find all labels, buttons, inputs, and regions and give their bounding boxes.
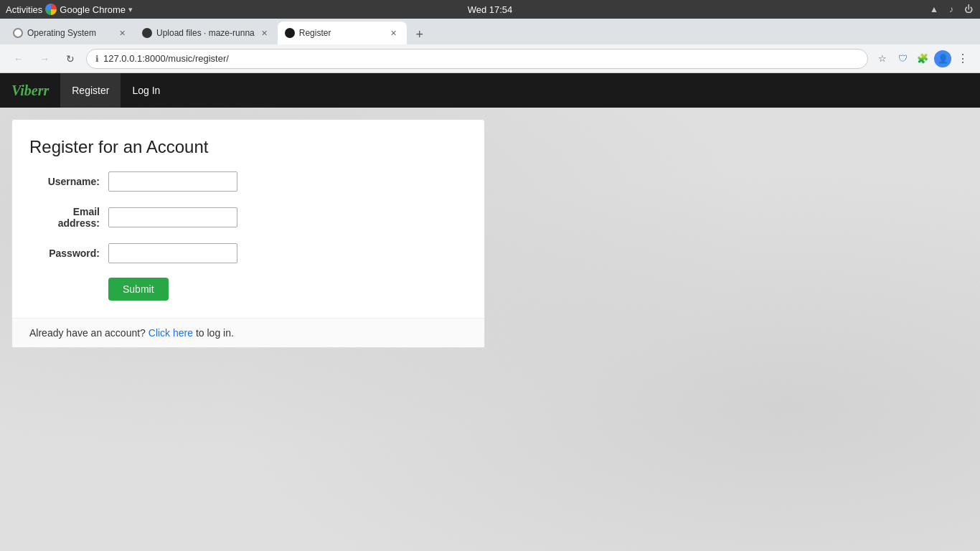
url-bar[interactable]: ℹ 127.0.0.1:8000/music/register/: [86, 49, 868, 69]
password-input[interactable]: [108, 243, 237, 263]
tab-os-title: Operating System: [27, 28, 112, 38]
os-topbar-left: Activities Google Chrome ▾: [6, 4, 133, 15]
os-topbar: Activities Google Chrome ▾ Wed 17:54 ▲ ♪…: [0, 0, 980, 19]
browser-name-label: Google Chrome: [60, 4, 126, 15]
submit-group: Submit: [29, 278, 467, 301]
email-label: Emailaddress:: [29, 206, 108, 229]
new-tab-button[interactable]: +: [410, 24, 430, 44]
profile-icon[interactable]: 👤: [934, 50, 951, 67]
email-field-group: Emailaddress:: [29, 206, 467, 229]
tab-upload-close[interactable]: ✕: [259, 27, 270, 39]
main-area: Register for an Account Username: Emaila…: [0, 108, 980, 359]
secure-icon: ℹ: [95, 54, 99, 64]
username-field-group: Username:: [29, 171, 467, 192]
card-body: Register for an Account Username: Emaila…: [12, 120, 484, 318]
address-bar: ← → ↻ ℹ 127.0.0.1:8000/music/register/ ☆…: [0, 44, 980, 73]
tab-os-close[interactable]: ✕: [116, 27, 128, 39]
bookmark-icon[interactable]: ☆: [874, 50, 891, 67]
tab-upload-favicon: [142, 28, 152, 38]
tab-os-favicon: [13, 28, 23, 38]
nav-register-link[interactable]: Register: [60, 73, 121, 108]
shield-icon[interactable]: 🛡: [894, 50, 911, 67]
app-logo: Viberr: [11, 83, 49, 99]
username-input[interactable]: [108, 171, 237, 192]
login-link[interactable]: Click here: [149, 327, 193, 339]
card-footer: Already have an account? Click here to l…: [12, 318, 484, 347]
tab-bar: Operating System ✕ Upload files · maze-r…: [0, 19, 980, 44]
tab-upload[interactable]: Upload files · maze-runna ✕: [135, 22, 278, 44]
wifi-icon: ▲: [928, 4, 940, 15]
tab-register-close[interactable]: ✕: [388, 27, 400, 39]
url-text: 127.0.0.1:8000/music/register/: [103, 53, 859, 64]
chrome-icon: [45, 4, 57, 15]
tab-os[interactable]: Operating System ✕: [6, 22, 135, 44]
page-content: Viberr Register Log In Register for an A…: [0, 73, 980, 551]
nav-login-link[interactable]: Log In: [121, 73, 171, 108]
extensions-icon[interactable]: 🧩: [914, 50, 931, 67]
submit-button[interactable]: Submit: [108, 278, 169, 301]
toolbar-icons: ☆ 🛡 🧩 👤 ⋮: [874, 50, 971, 67]
app-navbar: Viberr Register Log In: [0, 73, 980, 108]
tab-upload-title: Upload files · maze-runna: [156, 28, 255, 38]
volume-icon: ♪: [946, 4, 957, 15]
back-button[interactable]: ←: [9, 49, 29, 69]
battery-icon: ⏻: [963, 4, 974, 15]
tab-register-title: Register: [299, 28, 384, 38]
activities-button[interactable]: Activities: [6, 4, 42, 15]
dropdown-icon[interactable]: ▾: [128, 5, 133, 14]
password-label: Password:: [29, 248, 108, 259]
footer-text: Already have an account?: [29, 327, 146, 339]
email-input[interactable]: [108, 207, 237, 227]
os-datetime: Wed 17:54: [468, 4, 513, 15]
password-field-group: Password:: [29, 243, 467, 263]
register-card: Register for an Account Username: Emaila…: [11, 119, 485, 348]
form-title: Register for an Account: [29, 137, 467, 157]
tab-register-favicon: [285, 28, 295, 38]
username-label: Username:: [29, 176, 108, 187]
menu-icon[interactable]: ⋮: [954, 50, 971, 67]
browser-window: Operating System ✕ Upload files · maze-r…: [0, 19, 980, 551]
os-topbar-right: ▲ ♪ ⏻: [928, 4, 974, 15]
forward-button[interactable]: →: [34, 49, 55, 69]
tab-register[interactable]: Register ✕: [278, 22, 407, 44]
footer-suffix: to log in.: [196, 327, 234, 339]
reload-button[interactable]: ↻: [60, 49, 80, 69]
